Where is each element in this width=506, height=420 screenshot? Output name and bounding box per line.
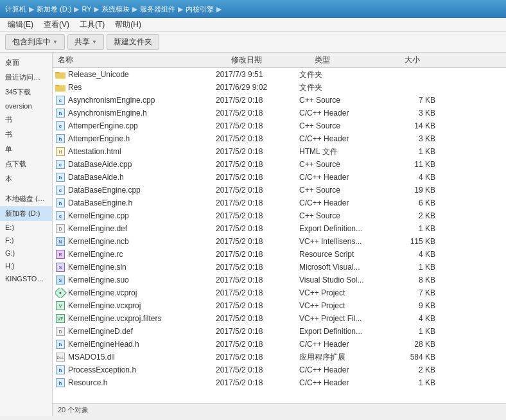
file-type: C/C++ Header — [299, 365, 389, 374]
file-size: 3 KB — [389, 134, 441, 143]
file-icon: h — [55, 378, 65, 388]
file-date: 2017/7/3 9:51 — [216, 70, 299, 79]
breadcrumb-kernel[interactable]: 内核引擎 — [186, 4, 214, 14]
sidebar-item-drive-c[interactable]: 本地磁盘 (C:) — [0, 191, 52, 206]
file-date: 2017/6/29 9:02 — [216, 83, 299, 92]
sidebar-item-oversion[interactable]: oversion — [0, 100, 52, 112]
file-icon: H — [55, 146, 65, 157]
file-date: 2017/5/2 0:18 — [216, 314, 299, 323]
file-name: Resource.h — [68, 378, 107, 387]
file-icon: h — [55, 172, 65, 182]
file-name: MSADO15.dll — [68, 353, 115, 362]
table-row[interactable]: H Attestation.html 2017/5/2 0:18 HTML 文件… — [53, 145, 506, 158]
new-folder-button[interactable]: 新建文件夹 — [107, 34, 159, 50]
table-row[interactable]: c AsynchronismEngine.cpp 2017/5/2 0:18 C… — [53, 94, 506, 107]
sidebar-item-downloads[interactable]: 345下载 — [0, 85, 52, 100]
table-row[interactable]: h DataBaseEngine.h 2017/5/2 0:18 C/C++ H… — [53, 197, 506, 209]
menu-edit[interactable]: 编辑(E) — [3, 18, 39, 31]
sidebar-item-drive-e[interactable]: E:) — [0, 221, 52, 234]
sidebar-item-book2[interactable]: 书 — [0, 127, 52, 142]
include-to-library-button[interactable]: 包含到库中 ▼ — [5, 34, 65, 50]
file-type: Microsoft Visual... — [299, 263, 389, 272]
table-row[interactable]: c DataBaseAide.cpp 2017/5/2 0:18 C++ Sou… — [53, 158, 506, 171]
file-date: 2017/5/2 0:18 — [216, 147, 299, 156]
table-row[interactable]: S KernelEngine.suo 2017/5/2 0:18 Visual … — [53, 274, 506, 286]
sidebar-item-drive-f[interactable]: F:) — [0, 234, 52, 247]
file-size: 1 KB — [389, 378, 441, 387]
share-button[interactable]: 共享 ▼ — [67, 34, 104, 50]
file-size: 11 KB — [389, 160, 441, 169]
table-row[interactable]: N KernelEngine.ncb 2017/5/2 0:18 VC++ In… — [53, 235, 506, 248]
table-row[interactable]: c KernelEngine.cpp 2017/5/2 0:18 C++ Sou… — [53, 209, 506, 222]
file-icon: c — [55, 159, 65, 170]
table-row[interactable]: S KernelEngine.sln 2017/5/2 0:18 Microso… — [53, 261, 506, 274]
col-header-type[interactable]: 类型 — [312, 55, 402, 66]
table-row[interactable]: h ProcessException.h 2017/5/2 0:18 C/C++… — [53, 363, 506, 376]
sidebar-item-drive-g[interactable]: G:) — [0, 247, 52, 259]
file-size: 7 KB — [389, 96, 441, 105]
table-row[interactable]: h KernelEngineHead.h 2017/5/2 0:18 C/C++… — [53, 338, 506, 351]
file-name: KernelEngine.suo — [68, 276, 129, 284]
toolbar: 包含到库中 ▼ 共享 ▼ 新建文件夹 — [0, 32, 506, 53]
share-chevron-icon: ▼ — [92, 39, 97, 45]
table-row[interactable]: Res 2017/6/29 9:02 文件夹 — [53, 81, 506, 94]
menu-view[interactable]: 查看(V) — [39, 18, 74, 31]
table-row[interactable]: ✦ KernelEngine.vcproj 2017/5/2 0:18 VC++… — [53, 286, 506, 299]
file-size: 4 KB — [389, 250, 441, 259]
file-name: AttemperEngine.cpp — [68, 121, 138, 130]
sidebar-item-this[interactable]: 本 — [0, 171, 52, 186]
table-row[interactable]: D KernelEngine.def 2017/5/2 0:18 Export … — [53, 222, 506, 235]
file-size: 6 KB — [389, 198, 441, 207]
file-date: 2017/5/2 0:18 — [216, 121, 299, 130]
breadcrumb-ry[interactable]: RY — [82, 5, 91, 13]
file-type: C/C++ Header — [299, 173, 389, 182]
breadcrumb-system[interactable]: 系统模块 — [101, 4, 130, 14]
file-name: KernelEngineD.def — [68, 327, 133, 336]
table-row[interactable]: h Resource.h 2017/5/2 0:18 C/C++ Header … — [53, 376, 506, 389]
file-type: Export Definition... — [299, 224, 389, 233]
file-name: DataBaseEngine.cpp — [68, 186, 141, 195]
menu-help[interactable]: 帮助(H) — [110, 18, 146, 31]
sidebar-item-recent[interactable]: 最近访问的位置 — [0, 70, 52, 85]
table-row[interactable]: c AttemperEngine.cpp 2017/5/2 0:18 C++ S… — [53, 119, 506, 132]
col-header-name[interactable]: 名称 — [55, 55, 229, 66]
table-row[interactable]: V KernelEngine.vcxproj 2017/5/2 0:18 VC+… — [53, 299, 506, 312]
sidebar-item-kingston[interactable]: KINGSTON (I:) — [0, 272, 52, 285]
sidebar-item-desktop[interactable]: 桌面 — [0, 55, 52, 70]
file-date: 2017/5/2 0:18 — [216, 301, 299, 310]
file-size: 1 KB — [389, 327, 441, 336]
sidebar-item-single[interactable]: 单 — [0, 142, 52, 157]
file-size: 14 KB — [389, 121, 441, 130]
col-header-date[interactable]: 修改日期 — [229, 55, 312, 66]
sidebar-item-dotdownload[interactable]: 点下载 — [0, 157, 52, 171]
table-row[interactable]: Release_Unicode 2017/7/3 9:51 文件夹 — [53, 68, 506, 81]
file-name: DataBaseEngine.h — [68, 198, 132, 207]
file-date: 2017/5/2 0:18 — [216, 276, 299, 284]
breadcrumb-server[interactable]: 服务器组件 — [140, 4, 175, 14]
main-container: 桌面 最近访问的位置 345下载 oversion 书 书 单 点下载 本 本地… — [0, 53, 506, 416]
table-row[interactable]: R KernelEngine.rc 2017/5/2 0:18 Resource… — [53, 248, 506, 261]
file-type: C/C++ Header — [299, 134, 389, 143]
file-icon: h — [55, 365, 65, 375]
breadcrumb-drive[interactable]: 新加卷 (D:) — [37, 4, 71, 14]
sidebar-item-drive-d[interactable]: 新加卷 (D:) — [0, 206, 52, 221]
file-size: 1 KB — [389, 147, 441, 156]
menu-tools[interactable]: 工具(T) — [74, 18, 110, 31]
sidebar-item-book1[interactable]: 书 — [0, 112, 52, 127]
table-row[interactable]: D KernelEngineD.def 2017/5/2 0:18 Export… — [53, 325, 506, 338]
svg-rect-5 — [55, 85, 65, 92]
table-row[interactable]: VF KernelEngine.vcxproj.filters 2017/5/2… — [53, 312, 506, 325]
file-name: Release_Unicode — [68, 70, 129, 79]
file-type: VC++ Project — [299, 288, 389, 297]
table-row[interactable]: h DataBaseAide.h 2017/5/2 0:18 C/C++ Hea… — [53, 171, 506, 184]
col-header-size[interactable]: 大小 — [402, 55, 453, 66]
file-date: 2017/5/2 0:18 — [216, 173, 299, 182]
breadcrumb-computer[interactable]: 计算机 — [5, 4, 26, 14]
table-row[interactable]: DLL MSADO15.dll 2017/5/2 0:18 应用程序扩展 584… — [53, 351, 506, 363]
table-row[interactable]: h AttemperEngine.h 2017/5/2 0:18 C/C++ H… — [53, 132, 506, 145]
sidebar-item-drive-h[interactable]: H:) — [0, 259, 52, 272]
file-date: 2017/5/2 0:18 — [216, 109, 299, 118]
file-date: 2017/5/2 0:18 — [216, 327, 299, 336]
table-row[interactable]: c DataBaseEngine.cpp 2017/5/2 0:18 C++ S… — [53, 184, 506, 197]
table-row[interactable]: h AsynchronismEngine.h 2017/5/2 0:18 C/C… — [53, 107, 506, 119]
